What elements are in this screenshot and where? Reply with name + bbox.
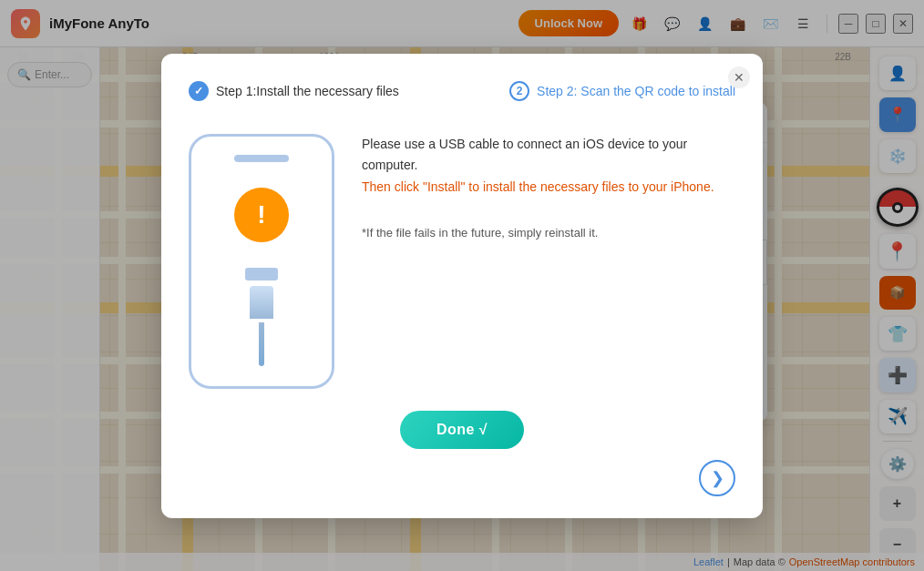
instruction-highlight: Then click "Install" to install the nece… [362,179,714,194]
done-button[interactable]: Done √ [400,411,524,449]
warning-icon: ! [234,188,289,242]
usb-cable [245,268,278,366]
instruction-note: *If the file fails in the future, simply… [362,224,735,242]
done-btn-row: Done √ [189,411,735,449]
next-circle-button[interactable]: ❯ [699,460,735,496]
dialog-text: Please use a USB cable to connect an iOS… [362,134,735,242]
step2-item: 2 Step 2: Scan the QR code to install [509,81,735,101]
next-btn-row: ❯ [189,460,735,496]
step2-circle: 2 [509,81,529,101]
phone-illustration: ! [189,134,334,389]
instruction-line2: computer. [362,158,417,172]
dialog-body: ! Please use a USB cable to connect an i… [189,134,735,389]
dialog-close-button[interactable]: ✕ [728,66,750,88]
step1-label: Step 1:Install the necessary files [216,84,399,98]
dialog-overlay: ✕ ✓ Step 1:Install the necessary files 2… [0,0,924,571]
install-dialog: ✕ ✓ Step 1:Install the necessary files 2… [161,54,763,518]
steps-row: ✓ Step 1:Install the necessary files 2 S… [189,81,735,112]
instruction-line1: Please use a USB cable to connect an iOS… [362,137,687,151]
step2-label: Step 2: Scan the QR code to install [537,84,735,98]
step1-circle: ✓ [189,81,209,101]
step1-item: ✓ Step 1:Install the necessary files [189,81,399,101]
phone-notch [234,155,289,162]
instruction-main: Please use a USB cable to connect an iOS… [362,134,735,199]
